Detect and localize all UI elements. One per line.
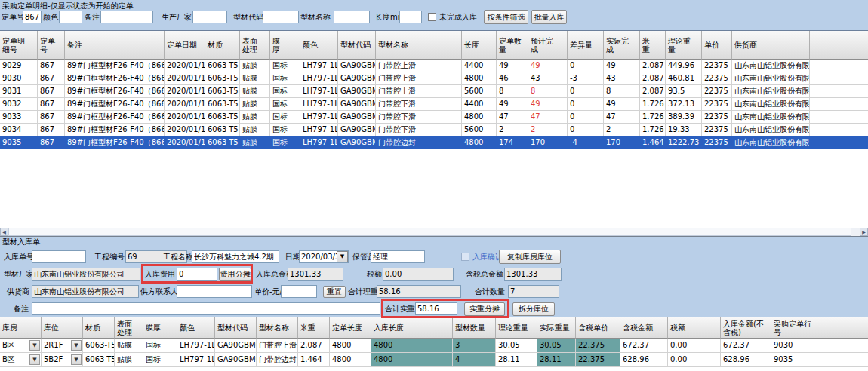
batch-inbound-button[interactable]: 批量入库 bbox=[531, 10, 567, 24]
cell[interactable]: 6063-T5 bbox=[205, 111, 240, 124]
cell[interactable]: 867 bbox=[38, 60, 65, 72]
table-row[interactable]: 903186789#门框型材F26-F40（866+867）2020/01/13… bbox=[0, 85, 868, 98]
column-header[interactable]: 颜色 bbox=[177, 317, 215, 339]
cell[interactable]: 867 bbox=[38, 98, 65, 111]
fee-input[interactable] bbox=[177, 268, 217, 281]
column-header[interactable]: 预计完 成 bbox=[528, 31, 568, 60]
cell[interactable]: 6063-T5 bbox=[205, 98, 240, 111]
column-header[interactable]: 材质 bbox=[83, 317, 115, 339]
cell[interactable]: 4400 bbox=[462, 60, 497, 72]
column-header[interactable]: 理论重 量 bbox=[666, 31, 702, 60]
scrollbar-thumb[interactable] bbox=[8, 228, 851, 236]
cell[interactable]: 山东南山铝业股份有限公司 bbox=[732, 124, 810, 136]
cell[interactable]: 国标 bbox=[270, 136, 300, 149]
cell[interactable]: 9029 bbox=[0, 60, 38, 72]
unfinished-checkbox[interactable] bbox=[428, 13, 436, 21]
column-header[interactable]: 备注 bbox=[65, 31, 165, 60]
cell[interactable]: 6063-T5 bbox=[205, 72, 240, 85]
column-header[interactable]: 入库长度 bbox=[371, 317, 453, 339]
table-row[interactable]: B区▼2R1F▼6063-T5贴膜国标LH797-1LL0GA90GBM03门带… bbox=[0, 339, 868, 353]
cell[interactable]: 贴膜 bbox=[240, 72, 270, 85]
cell[interactable]: 0.00 bbox=[668, 339, 721, 353]
cell[interactable]: 22.375 bbox=[576, 339, 620, 353]
cell[interactable]: 672.37 bbox=[620, 339, 668, 353]
cell[interactable]: 6063-T5 bbox=[205, 85, 240, 98]
cell[interactable]: 867 bbox=[38, 124, 65, 136]
cell[interactable]: 9035 bbox=[771, 353, 826, 367]
column-header[interactable]: 采购定单行 号 bbox=[771, 317, 826, 339]
cell[interactable]: 628.96 bbox=[721, 353, 771, 367]
column-header[interactable]: 差异量 bbox=[568, 31, 604, 60]
cell[interactable]: 6063-T5 bbox=[205, 60, 240, 72]
cell[interactable]: 4800 bbox=[371, 339, 453, 353]
tax-total-input[interactable] bbox=[504, 268, 562, 281]
cell[interactable]: 49 bbox=[604, 60, 640, 72]
cell[interactable]: 389.39 bbox=[666, 111, 702, 124]
cell[interactable]: 贴膜 bbox=[240, 85, 270, 98]
cell[interactable]: 4800 bbox=[330, 353, 371, 367]
cell[interactable]: 9032 bbox=[0, 98, 38, 111]
profile-name-input[interactable] bbox=[334, 11, 370, 23]
column-header[interactable]: 定单长度 bbox=[330, 317, 371, 339]
cell[interactable]: 门带腔下滑 bbox=[376, 98, 462, 111]
cell[interactable]: 2R1F▼ bbox=[42, 339, 83, 353]
cell[interactable]: 2020/01/13 bbox=[165, 124, 205, 136]
table-row[interactable]: B区▼5B2F▼6063-T5贴膜国标LH797-1LL0GA90GBM05门带… bbox=[0, 353, 868, 367]
cell[interactable]: 2020/01/13 bbox=[165, 111, 205, 124]
cell[interactable]: 49 bbox=[604, 98, 640, 111]
cell[interactable]: 贴膜 bbox=[240, 111, 270, 124]
cell[interactable]: 2.087 bbox=[298, 339, 330, 353]
cell[interactable]: 49 bbox=[528, 98, 568, 111]
cell[interactable]: 28.11 bbox=[537, 353, 576, 367]
table-row[interactable]: 903286789#门框型材F26-F40（866+867）2020/01/13… bbox=[0, 98, 868, 111]
cell[interactable]: 47 bbox=[497, 111, 528, 124]
keeper-input[interactable] bbox=[371, 250, 425, 263]
cell[interactable]: 89#门框型材F26-F40（866+867） bbox=[65, 98, 165, 111]
cell[interactable]: LH797-1LL0 bbox=[177, 339, 215, 353]
column-header[interactable]: 税额 bbox=[668, 317, 721, 339]
cell[interactable]: 4800 bbox=[371, 353, 453, 367]
actual-weight-input[interactable] bbox=[415, 302, 457, 315]
cell[interactable]: 628.96 bbox=[620, 353, 668, 367]
column-header[interactable]: 型材代码 bbox=[215, 317, 257, 339]
cell[interactable]: LH797-1LL0 bbox=[300, 111, 338, 124]
cell[interactable]: 2 bbox=[604, 124, 640, 136]
cell[interactable]: 山东南山铝业股份有限公司 bbox=[732, 60, 810, 72]
reset-button[interactable]: 重置 bbox=[323, 286, 346, 298]
cell[interactable]: 93.5 bbox=[666, 85, 702, 98]
column-header[interactable]: 型材数量 bbox=[453, 317, 496, 339]
cell[interactable]: GA90GBM03 bbox=[338, 85, 376, 98]
cell[interactable]: GA90GBM05 bbox=[215, 353, 257, 367]
cell[interactable]: 460.81 bbox=[666, 72, 702, 85]
cell[interactable]: 0 bbox=[568, 85, 604, 98]
cell[interactable]: 6063-T5 bbox=[205, 124, 240, 136]
combo-dropdown-icon[interactable]: ▼ bbox=[29, 354, 40, 365]
cell[interactable]: 2020/01/13 bbox=[165, 60, 205, 72]
cell[interactable]: 5B2F▼ bbox=[42, 353, 83, 367]
cell[interactable]: B区▼ bbox=[0, 353, 42, 367]
cell[interactable]: 8 bbox=[604, 85, 640, 98]
cell[interactable]: 46 bbox=[497, 72, 528, 85]
cell[interactable]: 国标 bbox=[143, 339, 177, 353]
cell[interactable]: 9034 bbox=[0, 124, 38, 136]
calendar-dropdown-icon[interactable]: ▼ bbox=[337, 251, 348, 262]
cell[interactable]: 门带腔边封 bbox=[376, 136, 462, 149]
cell[interactable]: 门带腔下滑 bbox=[376, 124, 462, 136]
cell[interactable]: 0 bbox=[568, 60, 604, 72]
column-header[interactable]: 型材名称 bbox=[376, 31, 462, 60]
weight-share-button[interactable]: 实重分摊 bbox=[464, 302, 505, 316]
cell[interactable]: 0 bbox=[568, 111, 604, 124]
cell[interactable]: 4800 bbox=[462, 136, 497, 149]
column-header[interactable]: 长度 bbox=[462, 31, 497, 60]
cell[interactable]: 22375 bbox=[702, 124, 732, 136]
cell[interactable]: 2.087 bbox=[640, 85, 666, 98]
column-header[interactable]: 膜厚 bbox=[143, 317, 177, 339]
cell[interactable]: GA90GBM03 bbox=[338, 72, 376, 85]
combo-dropdown-icon[interactable]: ▼ bbox=[71, 340, 82, 351]
total-qty-input[interactable] bbox=[508, 285, 559, 298]
cell[interactable]: 22375 bbox=[702, 98, 732, 111]
column-header[interactable]: 材质 bbox=[205, 31, 240, 60]
cell[interactable]: 19.33 bbox=[666, 124, 702, 136]
inbound-confirm-checkbox[interactable] bbox=[461, 253, 469, 261]
contact-input[interactable] bbox=[177, 285, 252, 298]
